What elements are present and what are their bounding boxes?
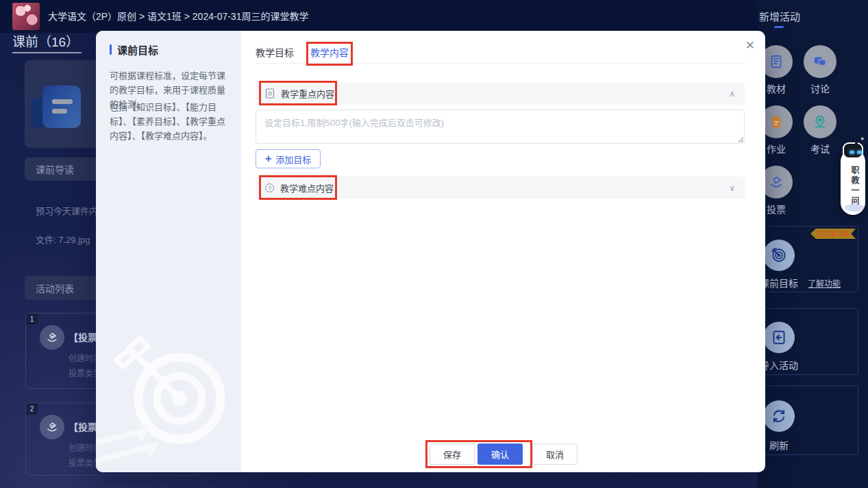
- sparkle-icon: ✦: [860, 136, 865, 142]
- target-watermark-icon: [96, 329, 241, 472]
- sidebar-card-refresh[interactable]: 刷新: [757, 385, 858, 455]
- import-icon: [763, 322, 795, 353]
- section-key-content[interactable]: 教学重点内容 ∧: [256, 82, 745, 105]
- target-icon: [763, 240, 795, 271]
- panel-title-row: 课前目标: [110, 42, 158, 57]
- panel-description-2: 包括【知识目标】、【能力目标】、【素养目标】、【教学重点内容】、【教学难点内容】…: [110, 100, 230, 143]
- sidebar-item-label: 讨论: [804, 81, 836, 95]
- topbar: 大学语文（2P）原创 > 语文1班 > 2024-07-31周三的课堂教学: [0, 0, 868, 33]
- modal-tabs: 教学目标 教学内容: [256, 45, 349, 59]
- page-title: 课前（16）: [12, 31, 79, 50]
- add-goal-label: 添加目标: [275, 153, 311, 166]
- refresh-icon: [763, 400, 795, 432]
- sidebar-title-underline: [774, 26, 784, 28]
- title-accent-bar: [110, 44, 112, 55]
- sidebar-item-label: 考试: [804, 142, 836, 155]
- vote-icon: [40, 415, 64, 439]
- section-title: 教学难点内容: [280, 181, 334, 194]
- cancel-button[interactable]: 取消: [532, 444, 578, 465]
- sidebar-new-activity: 新增活动 教材 讨论 作业: [757, 0, 868, 488]
- modal-info-panel: 课前目标 可根据课程标准，设定每节课的教学目标，来用于课程质量的检测。 包括【知…: [96, 31, 241, 472]
- goal-input[interactable]: [256, 110, 745, 144]
- sidebar-card-import-activity[interactable]: 导入活动: [757, 308, 858, 375]
- assistant-label: 职教一问: [849, 166, 860, 207]
- save-button[interactable]: 保存: [430, 444, 475, 465]
- robot-icon: [843, 142, 863, 159]
- learn-more-link[interactable]: 了解功能: [808, 277, 841, 289]
- section-title: 教学重点内容: [281, 87, 334, 100]
- sidebar-item-exam[interactable]: 考试: [804, 105, 836, 155]
- activity-list-title: 活动列表: [36, 281, 74, 295]
- close-icon[interactable]: ✕: [745, 40, 755, 51]
- question-circle-icon: ?: [265, 183, 274, 192]
- tab-teaching-goal[interactable]: 教学目标: [256, 45, 294, 59]
- document-star-icon: [265, 88, 275, 99]
- screen: 大学语文（2P）原创 > 语文1班 > 2024-07-31周三的课堂教学 课前…: [0, 0, 868, 488]
- tabs-divider: [256, 63, 745, 64]
- vote-icon: [40, 325, 64, 350]
- exam-icon: [804, 105, 836, 138]
- confirm-button[interactable]: 确认: [478, 444, 523, 465]
- activity-index-badge: 2: [26, 403, 38, 415]
- official-version-badge: 正式版功能: [810, 229, 856, 239]
- section-difficult-content[interactable]: ? 教学难点内容 ∨: [256, 177, 745, 199]
- add-goal-button[interactable]: 添加目标: [256, 149, 321, 168]
- assistant-widget[interactable]: ✦ 职教一问: [841, 141, 868, 218]
- courseware-doc-icon: [37, 86, 92, 129]
- sidebar-title: 新增活动: [759, 9, 800, 23]
- discussion-icon: [804, 45, 836, 78]
- chevron-up-icon[interactable]: ∧: [729, 89, 735, 99]
- plus-icon: [265, 153, 271, 164]
- sidebar-item-discussion[interactable]: 讨论: [804, 45, 836, 95]
- course-thumbnail[interactable]: [12, 3, 40, 30]
- sidebar-card-lesson-goal[interactable]: 正式版功能 课前目标 了解功能: [757, 226, 858, 292]
- assistant-wave-decoration: [845, 204, 864, 211]
- panel-title: 课前目标: [117, 42, 158, 57]
- chevron-down-icon[interactable]: ∨: [729, 183, 735, 193]
- breadcrumb[interactable]: 大学语文（2P）原创 > 语文1班 > 2024-07-31周三的课堂教学: [48, 0, 308, 33]
- page-title-underline: [12, 52, 82, 53]
- tab-teaching-content[interactable]: 教学内容: [310, 45, 349, 59]
- lesson-goal-modal: 课前目标 可根据课程标准，设定每节课的教学目标，来用于课程质量的检测。 包括【知…: [96, 31, 765, 472]
- preread-title: 课前导读: [36, 162, 74, 176]
- file-label[interactable]: 文件: 7.29.jpg: [36, 233, 90, 246]
- activity-index-badge: 1: [26, 313, 38, 325]
